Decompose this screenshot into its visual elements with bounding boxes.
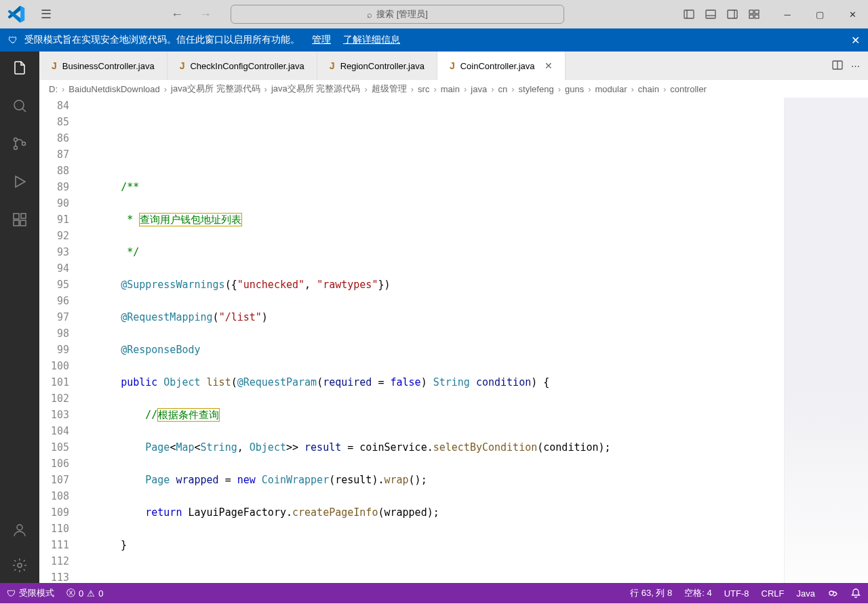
status-language[interactable]: Java xyxy=(797,588,815,599)
run-debug-icon[interactable] xyxy=(10,172,29,191)
tab-coin-controller[interactable]: JCoinController.java✕ xyxy=(437,52,566,80)
layout-sidebar-right-icon[interactable] xyxy=(722,3,743,25)
breadcrumb-item[interactable]: D: xyxy=(49,84,58,94)
settings-icon[interactable] xyxy=(10,556,29,575)
explorer-icon[interactable] xyxy=(10,58,29,77)
java-file-icon: J xyxy=(180,60,185,71)
nav-forward-icon[interactable]: → xyxy=(199,7,212,22)
split-editor-icon[interactable] xyxy=(832,60,843,73)
chevron-right-icon: › xyxy=(433,84,436,94)
breadcrumb-item[interactable]: java交易所 完整源代码 xyxy=(171,83,260,95)
more-actions-icon[interactable]: ⋯ xyxy=(851,61,860,71)
source-control-icon[interactable] xyxy=(10,134,29,153)
svg-rect-17 xyxy=(21,214,26,218)
shield-icon: 🛡 xyxy=(8,35,18,45)
status-eol[interactable]: CRLF xyxy=(762,588,785,599)
shield-icon: 🛡 xyxy=(7,588,16,599)
svg-rect-2 xyxy=(706,10,715,18)
status-problems[interactable]: ⓧ0⚠0 xyxy=(66,587,103,599)
chevron-right-icon: › xyxy=(511,84,514,94)
status-bell-icon[interactable] xyxy=(850,588,861,599)
minimap[interactable] xyxy=(784,98,868,583)
svg-rect-9 xyxy=(755,15,759,18)
status-indent[interactable]: 空格: 4 xyxy=(684,587,711,599)
breadcrumb-item[interactable]: cn xyxy=(498,84,508,94)
window-maximize[interactable]: ▢ xyxy=(804,0,835,28)
status-encoding[interactable]: UTF-8 xyxy=(724,588,749,599)
breadcrumbs: D:›BaiduNetdiskDownload›java交易所 完整源代码›ja… xyxy=(39,80,868,98)
breadcrumb-item[interactable]: src xyxy=(418,84,429,94)
svg-rect-4 xyxy=(728,10,737,18)
svg-rect-8 xyxy=(749,15,753,18)
svg-point-10 xyxy=(14,100,24,110)
layout-sidebar-left-icon[interactable] xyxy=(678,3,700,25)
layout-customize-icon[interactable] xyxy=(743,3,765,25)
banner-manage[interactable]: 管理 xyxy=(312,34,331,46)
chevron-right-icon: › xyxy=(62,84,64,94)
breadcrumb-item[interactable]: guns xyxy=(565,84,584,94)
warning-icon: ⚠ xyxy=(87,588,95,599)
svg-point-13 xyxy=(22,142,26,146)
extensions-icon[interactable] xyxy=(10,210,29,229)
restricted-mode-banner: 🛡 受限模式旨在实现安全地浏览代码。信任此窗口以启用所有功能。 管理 了解详细信… xyxy=(0,28,868,52)
java-file-icon: J xyxy=(450,60,455,71)
breadcrumb-item[interactable]: java xyxy=(471,84,487,94)
tab-business-controller[interactable]: JBusinessController.java xyxy=(39,52,167,80)
code-content[interactable]: /** * 查询用户钱包地址列表 */ @SuppressWarnings({"… xyxy=(84,98,784,583)
window-close[interactable]: ✕ xyxy=(837,0,868,28)
editor-tabs: JBusinessController.java JCheckInConfigC… xyxy=(39,52,868,80)
svg-point-11 xyxy=(14,138,18,142)
svg-rect-15 xyxy=(14,220,19,226)
svg-point-18 xyxy=(17,525,22,530)
svg-point-22 xyxy=(829,591,833,595)
chevron-right-icon: › xyxy=(364,84,367,94)
breadcrumb-item[interactable]: BaiduNetdiskDownload xyxy=(68,84,159,94)
breadcrumb-item[interactable]: stylefeng xyxy=(519,84,554,94)
breadcrumb-item[interactable]: controller xyxy=(670,84,706,94)
status-feedback-icon[interactable] xyxy=(827,588,838,599)
status-line-col[interactable]: 行 63, 列 8 xyxy=(630,587,672,599)
error-icon: ⓧ xyxy=(66,587,75,599)
java-file-icon: J xyxy=(330,60,335,71)
breadcrumb-item[interactable]: chain xyxy=(638,84,659,94)
banner-close[interactable]: ✕ xyxy=(851,34,860,47)
status-bar: 🛡受限模式 ⓧ0⚠0 行 63, 列 8 空格: 4 UTF-8 CRLF Ja… xyxy=(0,583,868,603)
command-center[interactable]: ⌕ 搜索 [管理员] xyxy=(231,5,564,24)
breadcrumb-item[interactable]: java交易所 完整源代码 xyxy=(271,83,360,95)
svg-rect-16 xyxy=(20,220,26,226)
chevron-right-icon: › xyxy=(558,84,561,94)
breadcrumb-item[interactable]: main xyxy=(441,84,460,94)
line-gutter: 8485868788899091929394959697989910010110… xyxy=(39,98,84,583)
svg-point-19 xyxy=(18,563,22,567)
java-file-icon: J xyxy=(52,60,57,71)
accounts-icon[interactable] xyxy=(10,521,29,540)
chevron-right-icon: › xyxy=(663,84,666,94)
chevron-right-icon: › xyxy=(264,84,267,94)
svg-point-12 xyxy=(14,146,18,150)
svg-rect-6 xyxy=(749,10,753,14)
chevron-right-icon: › xyxy=(631,84,633,94)
breadcrumb-item[interactable]: modular xyxy=(595,84,627,94)
svg-rect-14 xyxy=(14,214,19,219)
vscode-icon xyxy=(7,5,26,24)
activity-bar xyxy=(0,52,39,583)
layout-panel-icon[interactable] xyxy=(700,3,722,25)
svg-rect-0 xyxy=(684,10,694,18)
search-activity-icon[interactable] xyxy=(10,96,29,115)
status-restricted[interactable]: 🛡受限模式 xyxy=(7,587,54,599)
breadcrumb-item[interactable]: 超级管理 xyxy=(372,83,407,95)
menu-button[interactable]: ☰ xyxy=(35,4,57,24)
editor[interactable]: 8485868788899091929394959697989910010110… xyxy=(39,98,868,583)
banner-learn-more[interactable]: 了解详细信息 xyxy=(343,34,400,46)
nav-back-icon[interactable]: ← xyxy=(171,7,183,22)
tab-region-controller[interactable]: JRegionController.java xyxy=(317,52,437,80)
chevron-right-icon: › xyxy=(411,84,414,94)
chevron-right-icon: › xyxy=(491,84,494,94)
tab-checkin-config-controller[interactable]: JCheckInConfigController.java xyxy=(167,52,317,80)
chevron-right-icon: › xyxy=(164,84,167,94)
title-bar: ☰ ← → ⌕ 搜索 [管理员] ─ ▢ ✕ xyxy=(0,0,868,28)
chevron-right-icon: › xyxy=(588,84,591,94)
banner-text: 受限模式旨在实现安全地浏览代码。信任此窗口以启用所有功能。 xyxy=(24,34,300,46)
window-minimize[interactable]: ─ xyxy=(772,0,803,28)
tab-close-icon[interactable]: ✕ xyxy=(545,60,553,71)
